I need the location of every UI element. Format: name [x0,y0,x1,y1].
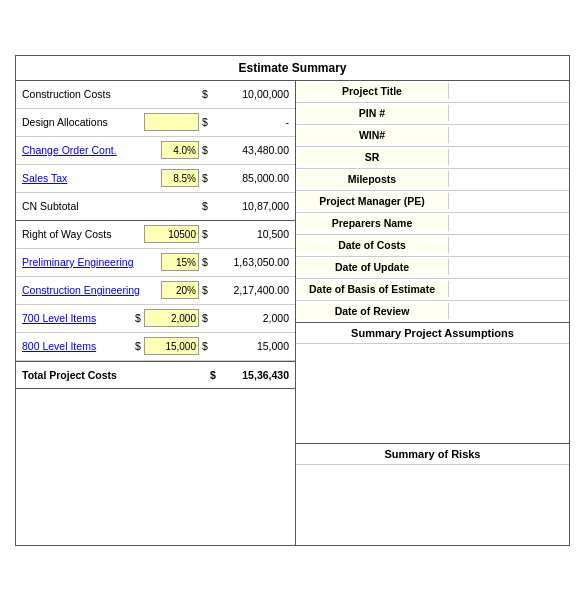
project-title-row: Project Title [296,81,569,103]
date-update-field-label: Date of Update [296,259,449,275]
win-value [449,133,569,137]
construction-eng-label: Construction Engineering [22,284,161,296]
total-project-costs-row: Total Project Costs $ 15,36,430 [16,361,295,389]
design-allocations-dollar: $ [199,116,211,128]
sales-tax-row: Sales Tax 8.5% $ 85,000.00 [16,165,295,193]
construction-costs-row: Construction Costs $ 10,00,000 [16,81,295,109]
row-costs-input[interactable]: 10500 [144,225,199,243]
total-label: Total Project Costs [22,369,207,381]
date-costs-field-label: Date of Costs [296,237,449,253]
sr-row: SR [296,147,569,169]
preparers-name-field-label: Preparers Name [296,215,449,231]
construction-eng-value: 2,17,400.00 [219,284,289,296]
800-level-link[interactable]: 800 Level Items [22,340,96,352]
estimate-summary-container: Estimate Summary Construction Costs $ 10… [15,55,570,546]
date-update-value [449,265,569,269]
700-level-link[interactable]: 700 Level Items [22,312,96,324]
700-level-input[interactable]: 2,000 [144,309,199,327]
mileposts-field-label: Mileposts [296,171,449,187]
change-order-link[interactable]: Change Order Cont. [22,144,117,156]
cn-subtotal-row: CN Subtotal $ 10,87,000 [16,193,295,221]
date-review-value [449,309,569,313]
preliminary-eng-row: Preliminary Engineering 15% $ 1,63,050.0… [16,249,295,277]
date-basis-value [449,287,569,291]
project-manager-value [449,199,569,203]
change-order-label: Change Order Cont. [22,144,161,156]
change-order-row: Change Order Cont. 4.0% $ 43,480.00 [16,137,295,165]
win-field-label: WIN# [296,127,449,143]
construction-eng-row: Construction Engineering 20% $ 2,17,400.… [16,277,295,305]
design-allocations-input[interactable] [144,113,199,131]
main-layout: Construction Costs $ 10,00,000 Design Al… [16,81,569,545]
win-row: WIN# [296,125,569,147]
sales-tax-percent-input[interactable]: 8.5% [161,169,199,187]
construction-costs-dollar: $ [199,88,211,100]
sr-field-label: SR [296,149,449,165]
mileposts-value [449,177,569,181]
project-manager-row: Project Manager (PE) [296,191,569,213]
total-value: 15,36,430 [219,369,289,381]
sales-tax-label: Sales Tax [22,172,161,184]
change-order-percent-input[interactable]: 4.0% [161,141,199,159]
sales-tax-value: 85,000.00 [219,172,289,184]
row-costs-label: Right of Way Costs [22,228,144,240]
bottom-left-empty [16,389,295,459]
row-costs-value: 10,500 [219,228,289,240]
preliminary-eng-label: Preliminary Engineering [22,256,161,268]
summary-risks-title: Summary of Risks [296,444,569,465]
project-manager-field-label: Project Manager (PE) [296,193,449,209]
construction-costs-value: 10,00,000 [219,88,289,100]
date-costs-row: Date of Costs [296,235,569,257]
design-allocations-label: Design Allocations [22,116,144,128]
construction-costs-label: Construction Costs [22,88,199,100]
summary-risks-content [296,465,569,545]
sr-value [449,155,569,159]
construction-eng-link[interactable]: Construction Engineering [22,284,140,296]
preparers-name-value [449,221,569,225]
700-level-label: 700 Level Items [22,312,132,324]
pin-field-label: PIN # [296,105,449,121]
date-costs-value [449,243,569,247]
page-title: Estimate Summary [16,56,569,81]
mileposts-row: Mileposts [296,169,569,191]
sales-tax-link[interactable]: Sales Tax [22,172,67,184]
800-level-label: 800 Level Items [22,340,132,352]
preparers-name-row: Preparers Name [296,213,569,235]
date-basis-field-label: Date of Basis of Estimate [296,281,449,297]
700-level-value: 2,000 [219,312,289,324]
design-allocations-value: - [219,116,289,128]
date-review-field-label: Date of Review [296,303,449,319]
700-level-row: 700 Level Items $ 2,000 $ 2,000 [16,305,295,333]
design-allocations-row: Design Allocations $ - [16,109,295,137]
800-level-input[interactable]: 15,000 [144,337,199,355]
change-order-value: 43,480.00 [219,144,289,156]
right-panel: Project Title PIN # WIN# SR Mileposts Pr… [296,81,569,545]
preliminary-eng-link[interactable]: Preliminary Engineering [22,256,133,268]
summary-assumptions-title: Summary Project Assumptions [296,323,569,344]
summary-assumptions-content [296,344,569,444]
pin-row: PIN # [296,103,569,125]
construction-eng-percent-input[interactable]: 20% [161,281,199,299]
project-title-value [449,89,569,93]
pin-value [449,111,569,115]
cn-subtotal-value: 10,87,000 [219,200,289,212]
left-panel: Construction Costs $ 10,00,000 Design Al… [16,81,296,545]
800-level-value: 15,000 [219,340,289,352]
cn-subtotal-label: CN Subtotal [22,200,199,212]
date-review-row: Date of Review [296,301,569,323]
date-update-row: Date of Update [296,257,569,279]
row-costs-row: Right of Way Costs 10500 $ 10,500 [16,221,295,249]
preliminary-eng-percent-input[interactable]: 15% [161,253,199,271]
project-title-field-label: Project Title [296,83,449,99]
800-level-row: 800 Level Items $ 15,000 $ 15,000 [16,333,295,361]
preliminary-eng-value: 1,63,050.00 [219,256,289,268]
date-basis-row: Date of Basis of Estimate [296,279,569,301]
